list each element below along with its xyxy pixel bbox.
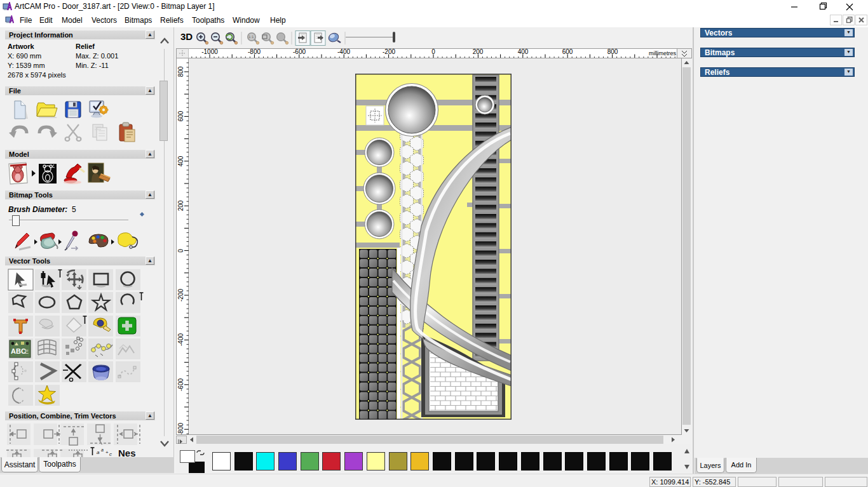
svg-text:800: 800 xyxy=(607,49,618,55)
svg-text:-600: -600 xyxy=(177,378,184,391)
svg-text:c: c xyxy=(109,451,112,457)
svg-text:0: 0 xyxy=(431,49,435,55)
svg-text:-400: -400 xyxy=(177,333,184,346)
svg-text:a: a xyxy=(101,448,104,452)
svg-text:-400: -400 xyxy=(337,49,350,55)
svg-text:-800: -800 xyxy=(177,423,184,434)
svg-text:200: 200 xyxy=(177,200,184,211)
svg-text:-800: -800 xyxy=(248,49,261,55)
svg-text:Nes: Nes xyxy=(118,448,136,458)
svg-text:-1000: -1000 xyxy=(201,49,218,55)
svg-text:-600: -600 xyxy=(293,49,306,55)
svg-text:400: 400 xyxy=(518,49,529,55)
svg-text:1:1: 1:1 xyxy=(248,35,254,39)
svg-text:+: + xyxy=(105,450,109,455)
svg-text:ABC: ABC xyxy=(11,347,26,355)
svg-text:-200: -200 xyxy=(177,289,184,302)
svg-text:600: 600 xyxy=(562,49,573,55)
svg-text:E: E xyxy=(25,349,29,355)
svg-text:a: a xyxy=(97,450,100,455)
svg-text:800: 800 xyxy=(177,66,184,77)
svg-text:200: 200 xyxy=(473,49,484,55)
svg-text:400: 400 xyxy=(177,156,184,166)
svg-text:600: 600 xyxy=(177,110,184,121)
svg-text:millimetres: millimetres xyxy=(649,50,677,57)
svg-text:-200: -200 xyxy=(383,49,395,55)
svg-text:0: 0 xyxy=(177,249,184,253)
